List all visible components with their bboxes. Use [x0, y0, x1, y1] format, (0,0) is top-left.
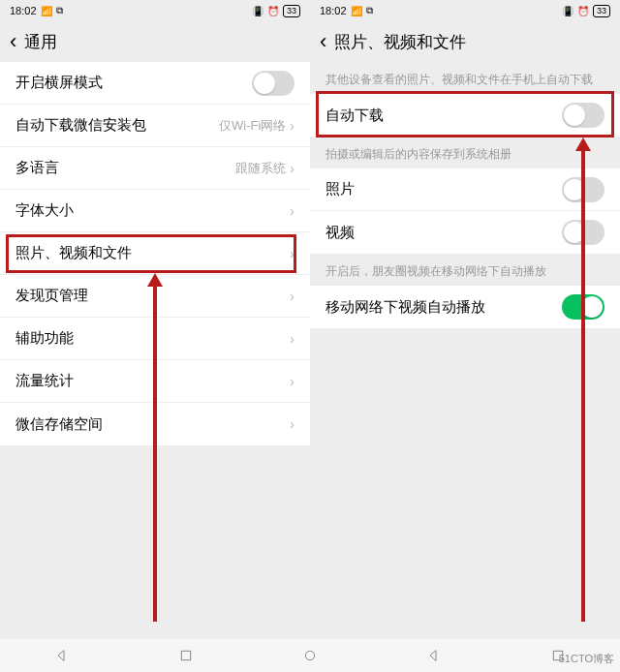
- row-discover[interactable]: 发现页管理 ›: [0, 275, 310, 318]
- vibrate-icon: 📳: [562, 6, 574, 16]
- row-photo[interactable]: 照片: [310, 168, 620, 211]
- nav-recent-icon[interactable]: [178, 648, 194, 663]
- row-label: 流量统计: [16, 372, 74, 390]
- svg-point-5: [305, 651, 314, 659]
- status-bar: 18:02 📶 ⧉ 📳 ⏰ 33: [310, 0, 620, 21]
- svg-rect-4: [181, 651, 190, 659]
- back-icon[interactable]: ‹: [320, 29, 326, 54]
- row-accessibility[interactable]: 辅助功能 ›: [0, 318, 310, 360]
- watermark: 51CTO博客: [559, 652, 614, 666]
- status-time: 18:02: [10, 5, 37, 16]
- row-label: 微信存储空间: [16, 415, 103, 434]
- android-navbar: [0, 639, 620, 672]
- page-title: 通用: [24, 31, 57, 53]
- section-hint: 其他设备查看的照片、视频和文件在手机上自动下载: [310, 62, 620, 94]
- nav-back-icon[interactable]: [54, 648, 70, 663]
- toggle-photo[interactable]: [562, 177, 604, 202]
- row-font[interactable]: 字体大小 ›: [0, 190, 310, 232]
- wifi-icon: ⧉: [56, 5, 63, 16]
- chevron-right-icon: ›: [290, 161, 294, 176]
- status-time: 18:02: [320, 5, 347, 16]
- row-landscape[interactable]: 开启横屏模式: [0, 62, 310, 105]
- toggle-autoplay[interactable]: [562, 294, 604, 320]
- battery-icon: 33: [593, 5, 610, 17]
- alarm-icon: ⏰: [577, 6, 589, 16]
- title-bar: ‹ 照片、视频和文件: [310, 21, 620, 62]
- row-label: 移动网络下视频自动播放: [326, 298, 485, 317]
- row-auto-download[interactable]: 自动下载: [310, 94, 620, 137]
- page-title: 照片、视频和文件: [334, 31, 466, 53]
- row-autoplay[interactable]: 移动网络下视频自动播放: [310, 286, 620, 328]
- row-photos-videos-files[interactable]: 照片、视频和文件 ›: [0, 232, 310, 275]
- row-value: 跟随系统: [235, 160, 286, 177]
- phone-left: 18:02 📶 ⧉ 📳 ⏰ 33 ‹ 通用 开启横屏模式 自动下载微信安装包: [0, 0, 310, 672]
- status-bar: 18:02 📶 ⧉ 📳 ⏰ 33: [0, 0, 310, 21]
- chevron-right-icon: ›: [290, 416, 294, 432]
- chevron-right-icon: ›: [290, 289, 294, 304]
- back-icon[interactable]: ‹: [10, 29, 16, 54]
- toggle-landscape[interactable]: [252, 71, 294, 96]
- chevron-right-icon: ›: [290, 246, 294, 261]
- row-label: 视频: [326, 224, 355, 242]
- phone-right: 18:02 📶 ⧉ 📳 ⏰ 33 ‹ 照片、视频和文件 其他设备查看的照片、视频…: [310, 0, 620, 672]
- vibrate-icon: 📳: [252, 6, 264, 16]
- section-hint: 开启后，朋友圈视频在移动网络下自动播放: [310, 254, 620, 286]
- toggle-video[interactable]: [562, 220, 604, 245]
- wifi-icon: ⧉: [366, 5, 373, 16]
- section-hint: 拍摄或编辑后的内容保存到系统相册: [310, 137, 620, 168]
- row-label: 多语言: [16, 159, 59, 177]
- alarm-icon: ⏰: [267, 6, 279, 16]
- row-video[interactable]: 视频: [310, 211, 620, 254]
- row-storage[interactable]: 微信存储空间 ›: [0, 403, 310, 445]
- chevron-right-icon: ›: [290, 331, 294, 347]
- title-bar: ‹ 通用: [0, 21, 310, 62]
- chevron-right-icon: ›: [290, 118, 294, 134]
- chevron-right-icon: ›: [290, 374, 294, 389]
- row-autodl-pkg[interactable]: 自动下载微信安装包 仅Wi-Fi网络›: [0, 105, 310, 147]
- row-label: 发现页管理: [16, 287, 88, 305]
- chevron-right-icon: ›: [290, 203, 294, 219]
- signal-icon: 📶: [351, 6, 362, 16]
- row-value: 仅Wi-Fi网络: [219, 117, 286, 135]
- row-label: 照片、视频和文件: [16, 244, 132, 262]
- nav-home-icon[interactable]: [302, 648, 318, 663]
- signal-icon: 📶: [41, 6, 52, 16]
- toggle-auto-download[interactable]: [562, 103, 604, 128]
- row-label: 字体大小: [16, 201, 74, 220]
- row-label: 自动下载微信安装包: [16, 116, 146, 135]
- nav-back-icon[interactable]: [426, 648, 442, 663]
- battery-icon: 33: [283, 5, 300, 17]
- row-label: 照片: [326, 180, 355, 199]
- row-traffic[interactable]: 流量统计 ›: [0, 360, 310, 403]
- row-label: 开启横屏模式: [16, 74, 103, 92]
- row-lang[interactable]: 多语言 跟随系统›: [0, 147, 310, 190]
- row-label: 辅助功能: [16, 329, 74, 348]
- row-label: 自动下载: [326, 107, 384, 125]
